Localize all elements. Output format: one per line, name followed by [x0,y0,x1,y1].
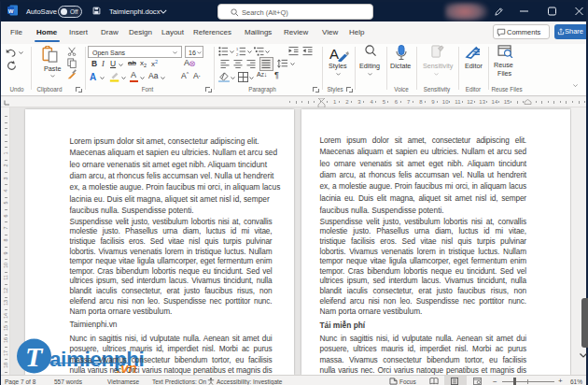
svg-text:1: 1 [236,47,239,51]
svg-text:2: 2 [236,52,239,56]
svg-text:W: W [8,8,14,14]
svg-text:T: T [25,341,44,372]
